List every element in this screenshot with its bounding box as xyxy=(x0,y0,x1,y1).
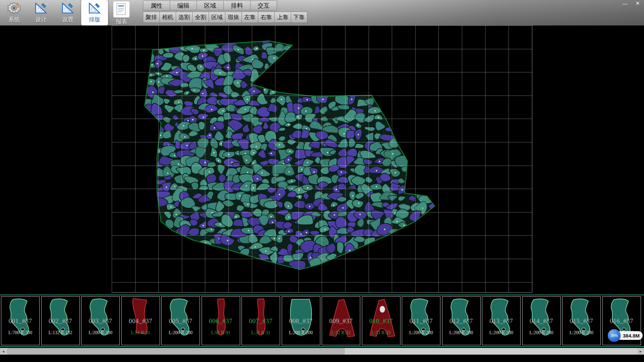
tool-button-camera[interactable]: 相机 xyxy=(159,12,176,23)
tool-button-snap-bottom[interactable]: 下靠 xyxy=(291,12,307,23)
scroll-left-arrow-icon[interactable]: ◄ xyxy=(0,348,7,355)
piece-name: 015_#37 xyxy=(562,317,600,325)
piece-thumbnail[interactable]: 011_#37L:200 R:200 xyxy=(402,296,440,345)
progress-percent: 38% xyxy=(610,334,618,338)
piece-name: 007_#37 xyxy=(242,317,280,325)
piece-count: L:91 R:91 xyxy=(202,330,240,336)
piece-name: 005_#37 xyxy=(162,317,200,325)
app-button-label: 排版 xyxy=(89,16,100,23)
piece-name: 012_#37 xyxy=(442,317,480,325)
piece-thumbnail[interactable]: 009_#37L:32 R:32 xyxy=(322,296,360,345)
piece-thumbnail[interactable]: 015_#37L:200 R:200 xyxy=(562,296,601,345)
hide-nesting-graphic xyxy=(0,25,644,295)
piece-count: L:33 R:33 xyxy=(362,330,400,336)
piece-thumbnail[interactable]: 001_#37L:700 R:700 xyxy=(1,296,40,345)
piece-thumbnail[interactable]: 012_#37L:200 R:200 xyxy=(442,296,481,345)
piece-name: 004_#37 xyxy=(122,317,160,325)
memory-value: 384.8M xyxy=(623,333,640,339)
piece-name: 014_#37 xyxy=(523,317,560,325)
tool-button-defect[interactable]: 瑕疵 xyxy=(225,12,241,23)
piece-name: 013_#37 xyxy=(482,317,520,325)
piece-thumbnail[interactable]: 004_#37L:31 R:31 xyxy=(121,296,160,345)
layout-icon xyxy=(88,1,102,15)
progress-bubble[interactable]: 38% xyxy=(608,329,621,342)
tool-button-snap-top[interactable]: 上靠 xyxy=(274,12,291,23)
menu-tab-edit[interactable]: 编辑 xyxy=(170,1,197,10)
tool-button-region[interactable]: 区域 xyxy=(209,12,225,23)
tool-button-snap-right[interactable]: 右靠 xyxy=(258,12,274,23)
piece-count: L:200 R:200 xyxy=(162,330,200,336)
scrollbar-thumb[interactable] xyxy=(7,348,344,354)
piece-name: 001_#37 xyxy=(1,317,39,325)
toolbar-shade xyxy=(315,0,644,25)
menu-bar: 属性编辑区域排料交互 xyxy=(143,1,307,10)
tool-button-cut-all[interactable]: 全割 xyxy=(192,12,209,23)
tool-button-snap-left[interactable]: 左靠 xyxy=(241,12,258,23)
toolbar: 系统设计设置排版报表 属性编辑区域排料交互 聚排相机选割全割区域瑕疵左靠右靠上靠… xyxy=(0,0,644,26)
app-button-layout[interactable]: 排版 xyxy=(81,0,108,25)
piece-count: L:200 R:200 xyxy=(82,330,119,336)
app-toolbar: 系统设计设置排版报表 xyxy=(1,0,135,25)
app-button-label: 报表 xyxy=(116,18,127,25)
piece-thumbnail[interactable]: 013_#37L:200 R:200 xyxy=(482,296,521,345)
app-button-report[interactable]: 报表 xyxy=(108,0,135,25)
app-button-label: 设计 xyxy=(35,16,47,23)
piece-thumbnail[interactable]: 007_#37L:31 R:31 xyxy=(241,296,280,345)
piece-name: 010_#37 xyxy=(362,317,400,325)
menu-tab-interact[interactable]: 交互 xyxy=(250,1,277,10)
piece-name: 008_#37 xyxy=(282,317,320,325)
app-button-label: 设置 xyxy=(62,16,73,23)
menu-area: 属性编辑区域排料交互 聚排相机选割全割区域瑕疵左靠右靠上靠下靠 xyxy=(143,1,307,23)
app-button-settings[interactable]: 设置 xyxy=(54,0,81,25)
settings-icon xyxy=(61,1,75,15)
nesting-canvas[interactable] xyxy=(0,25,644,295)
piece-count: L:132 R:132 xyxy=(42,330,79,336)
piece-thumbnail[interactable]: 005_#37L:200 R:200 xyxy=(161,296,200,345)
design-icon xyxy=(34,1,48,15)
app-button-label: 系统 xyxy=(8,16,20,23)
piece-count: L:200 R:200 xyxy=(523,330,560,336)
piece-name: 016_#37 xyxy=(603,317,641,325)
app-button-design[interactable]: 设计 xyxy=(28,0,54,25)
piece-count: L:200 R:200 xyxy=(402,330,440,336)
piece-name: 003_#37 xyxy=(82,317,119,325)
menu-tab-nesting[interactable]: 排料 xyxy=(223,1,250,10)
piece-count: L:200 R:200 xyxy=(442,330,480,336)
piece-count: L:200 R:200 xyxy=(482,330,520,336)
piece-count: L:200 R:200 xyxy=(562,330,600,336)
piece-name: 002_#37 xyxy=(42,317,79,325)
piece-thumbnail[interactable]: 002_#37L:132 R:132 xyxy=(41,296,80,345)
piece-thumbnail[interactable]: 008_#37L:200 R:200 xyxy=(282,296,320,345)
piece-count: L:31 R:31 xyxy=(122,330,160,336)
menu-tab-properties[interactable]: 属性 xyxy=(143,1,170,10)
piece-list: 001_#37L:700 R:700002_#37L:132 R:132003_… xyxy=(0,295,644,347)
tool-button-select-cut[interactable]: 选割 xyxy=(176,12,192,23)
piece-name: 011_#37 xyxy=(402,317,440,325)
horizontal-scrollbar[interactable]: ◄ ► xyxy=(0,348,644,355)
piece-count: L:32 R:32 xyxy=(322,330,360,336)
close-button[interactable]: ✕ xyxy=(634,0,641,6)
menu-tab-region[interactable]: 区域 xyxy=(197,1,223,10)
piece-thumbnail[interactable]: 006_#37L:91 R:91 xyxy=(202,296,240,345)
tool-bar: 聚排相机选割全割区域瑕疵左靠右靠上靠下靠 xyxy=(143,12,307,23)
piece-thumbnail[interactable]: 014_#37L:200 R:200 xyxy=(522,296,561,345)
gear-icon xyxy=(7,1,21,15)
piece-name: 009_#37 xyxy=(322,317,360,325)
window-controls: — ✕ xyxy=(621,0,641,6)
piece-count: L:700 R:700 xyxy=(1,330,39,336)
app-button-system[interactable]: 系统 xyxy=(1,0,28,25)
piece-name: 006_#37 xyxy=(202,317,240,325)
scroll-right-arrow-icon[interactable]: ► xyxy=(637,348,644,355)
tool-button-cluster-nest[interactable]: 聚排 xyxy=(143,12,159,23)
minimize-button[interactable]: — xyxy=(621,0,629,6)
piece-thumbnail[interactable]: 003_#37L:200 R:200 xyxy=(81,296,120,345)
piece-count: L:31 R:31 xyxy=(242,330,280,336)
piece-thumbnail[interactable]: 010_#37L:33 R:33 xyxy=(362,296,400,345)
report-icon xyxy=(113,1,129,17)
piece-count: L:200 R:200 xyxy=(282,330,320,336)
